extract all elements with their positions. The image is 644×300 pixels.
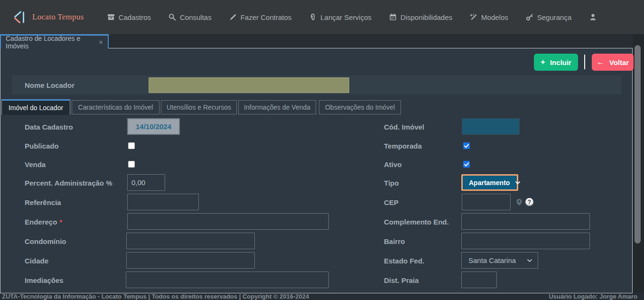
ativo-label: Ativo bbox=[384, 160, 402, 169]
check-icon bbox=[464, 144, 469, 148]
tipo-select[interactable]: Apartamento bbox=[461, 174, 518, 191]
pen-icon bbox=[229, 13, 237, 21]
main-menu: Cadastros Consultas Fazer Contratos bbox=[107, 13, 597, 21]
search-icon bbox=[168, 13, 176, 21]
subtab-imovel-do-locador[interactable]: Imóvel do Locador bbox=[1, 99, 70, 115]
imediacoes-label: Imediações bbox=[25, 276, 64, 284]
data-cadastro-input[interactable] bbox=[127, 118, 180, 135]
plus-icon: + bbox=[541, 57, 545, 67]
scrollbar-thumb[interactable] bbox=[635, 45, 641, 244]
brand-name: Locato Tempus bbox=[32, 12, 84, 22]
key-icon bbox=[526, 13, 533, 21]
incluir-button-label: Incluir bbox=[550, 58, 571, 66]
menu-item-fazer-contratos[interactable]: Fazer Contratos bbox=[229, 13, 292, 21]
menu-item-disponibilidades[interactable]: Disponibilidades bbox=[389, 13, 452, 21]
subtab-label: Imóvel do Locador bbox=[9, 104, 63, 112]
temporada-checkbox[interactable] bbox=[463, 142, 470, 149]
menu-item-seguranca[interactable]: Segurança bbox=[526, 13, 572, 21]
voltar-button[interactable]: ← Voltar bbox=[592, 54, 634, 71]
voltar-button-label: Voltar bbox=[609, 58, 629, 66]
menu-label: Consultas bbox=[180, 13, 212, 21]
tipo-label: Tipo bbox=[384, 178, 399, 187]
close-icon[interactable]: × bbox=[99, 38, 103, 46]
venda-checkbox[interactable] bbox=[128, 161, 135, 168]
subtab-utensilios-e-recursos[interactable]: Utensílios e Recursos bbox=[161, 100, 237, 114]
bairro-input[interactable] bbox=[461, 233, 590, 249]
user-icon bbox=[589, 13, 597, 21]
subtab-informacoes-de-venda[interactable]: Informações de Venda bbox=[238, 100, 316, 114]
app-window: Locato Tempus Cadastros Consultas bbox=[0, 0, 644, 300]
dist-praia-label: Dist. Praia bbox=[384, 276, 419, 284]
brand[interactable]: Locato Tempus bbox=[12, 10, 84, 24]
nome-locador-row: Nome Locador bbox=[12, 75, 621, 94]
map-pin-icon[interactable] bbox=[516, 198, 523, 208]
complemento-input[interactable] bbox=[461, 213, 590, 230]
temporada-label: Temporada bbox=[384, 142, 422, 150]
ativo-checkbox[interactable] bbox=[463, 161, 470, 168]
subtab-label: Informações de Venda bbox=[244, 103, 310, 111]
user-menu[interactable] bbox=[589, 13, 597, 21]
chevron-down-icon bbox=[527, 259, 532, 262]
bairro-label: Bairro bbox=[384, 237, 405, 245]
cod-imovel-field[interactable] bbox=[462, 118, 520, 135]
cod-imovel-label: Cód. Imóvel bbox=[384, 122, 424, 131]
cep-input[interactable] bbox=[462, 194, 511, 210]
menu-item-consultas[interactable]: Consultas bbox=[168, 13, 212, 21]
tab-label: Cadastro de Locadores e Imóveis bbox=[6, 35, 92, 50]
wand-icon bbox=[470, 13, 477, 21]
app-logo-icon bbox=[12, 10, 27, 24]
subtab-label: Utensílios e Recursos bbox=[167, 103, 231, 111]
subtab-caracteristicas-do-imovel[interactable]: Características do Imóvel bbox=[72, 100, 159, 114]
subtab-bar: Imóvel do Locador Características do Imó… bbox=[0, 99, 632, 115]
button-divider bbox=[584, 55, 585, 69]
help-icon[interactable]: ? bbox=[525, 198, 533, 206]
status-bar: ZUTA-Tecnologia da Informação - Locato T… bbox=[0, 293, 644, 300]
referencia-input[interactable] bbox=[127, 194, 199, 210]
imediacoes-input[interactable] bbox=[126, 272, 329, 288]
required-asterisk: * bbox=[59, 217, 62, 225]
cep-label: CEP bbox=[384, 198, 399, 206]
menu-label: Lançar Serviços bbox=[320, 13, 372, 21]
cidade-input[interactable] bbox=[126, 252, 255, 269]
condominio-input[interactable] bbox=[126, 233, 255, 249]
incluir-button[interactable]: + Incluir bbox=[534, 54, 578, 71]
nome-locador-input[interactable] bbox=[149, 77, 349, 93]
calendar-icon bbox=[389, 13, 397, 21]
complemento-label: Complemento End. bbox=[384, 217, 449, 225]
publicado-checkbox[interactable] bbox=[128, 142, 135, 149]
menu-label: Modelos bbox=[481, 13, 508, 21]
content-panel: + Incluir ← Voltar Nome Locador Imóvel d… bbox=[0, 48, 633, 293]
menu-item-modelos[interactable]: Modelos bbox=[470, 13, 508, 21]
referencia-label: Referência bbox=[25, 198, 61, 206]
subtab-label: Observações do Imóvel bbox=[325, 103, 395, 111]
tipo-selected-value: Apartamento bbox=[469, 179, 510, 187]
menu-label: Cadastros bbox=[119, 13, 151, 21]
menu-item-cadastros[interactable]: Cadastros bbox=[107, 13, 151, 21]
top-navbar: Locato Tempus Cadastros Consultas bbox=[0, 0, 644, 34]
dist-praia-input[interactable] bbox=[461, 272, 497, 288]
chevron-down-icon bbox=[515, 181, 520, 184]
menu-label: Fazer Contratos bbox=[241, 13, 292, 21]
logged-user-text: Usuário Logado: Jorge Amaro bbox=[549, 293, 637, 300]
copyright-text: ZUTA-Tecnologia da Informação - Locato T… bbox=[2, 293, 309, 300]
estado-fed-selected-value: Santa Catarina bbox=[468, 256, 516, 264]
menu-label: Disponibilidades bbox=[401, 13, 452, 21]
paperclip-icon bbox=[309, 13, 317, 21]
percent-administracao-input[interactable] bbox=[127, 174, 165, 191]
endereco-input[interactable] bbox=[127, 213, 329, 230]
cidade-label: Cidade bbox=[25, 256, 48, 264]
check-icon bbox=[464, 162, 469, 167]
subtab-label: Características do Imóvel bbox=[78, 103, 153, 111]
estado-fed-select[interactable]: Santa Catarina bbox=[461, 252, 538, 269]
nome-locador-label: Nome Locador bbox=[25, 81, 75, 89]
menu-item-lancar-servicos[interactable]: Lançar Serviços bbox=[309, 13, 372, 21]
estado-fed-label: Estado Fed. bbox=[384, 256, 424, 264]
publicado-label: Publicado bbox=[25, 142, 59, 150]
archive-icon bbox=[107, 13, 115, 21]
subtab-observacoes-do-imovel[interactable]: Observações do Imóvel bbox=[319, 100, 401, 114]
venda-label: Venda bbox=[25, 160, 46, 169]
condominio-label: Condomínio bbox=[25, 237, 66, 245]
data-cadastro-label: Data Cadastro bbox=[25, 122, 73, 131]
tab-cadastro-locadores-imoveis[interactable]: Cadastro de Locadores e Imóveis × bbox=[0, 34, 109, 48]
back-arrow-icon: ← bbox=[597, 57, 605, 67]
